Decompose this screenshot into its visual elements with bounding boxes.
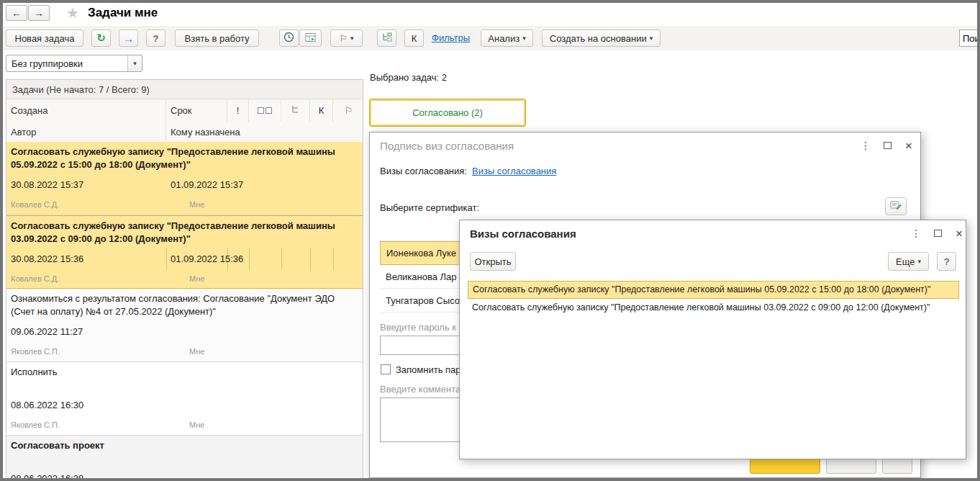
task-row[interactable]: Исполнить 08.06.2022 16:30 Яковлев С.П. … (6, 362, 363, 436)
status-square-icon (266, 107, 272, 114)
task-assignee: Мне (189, 343, 204, 360)
toolbar: Новая задача ↻ → ? Взять в работу ⚐ ▾ (0, 26, 980, 50)
close-icon: × (956, 228, 963, 240)
chevron-down-icon: ▾ (917, 258, 921, 265)
task-dates: 08.06.2022 16:30 (6, 394, 363, 416)
more-actions-button[interactable]: Еще ▾ (888, 252, 929, 271)
column-header-row: Создана Срок ! К ⚐ (6, 99, 363, 122)
refresh-icon: ↻ (96, 32, 106, 45)
task-assignee: Мне (189, 196, 204, 213)
comment-label: Введите коммента (380, 384, 460, 395)
task-title: Согласовать служебную записку "Предостав… (6, 216, 363, 248)
forward-icon: → (34, 7, 44, 19)
task-title: Согласовать проект (6, 436, 363, 467)
close-button[interactable]: × (900, 138, 917, 153)
maximize-icon (934, 230, 942, 237)
new-task-button[interactable]: Новая задача (6, 30, 83, 47)
take-to-work-button[interactable]: Взять в работу (175, 30, 259, 47)
arrow-right-icon: → (123, 32, 134, 45)
back-button[interactable]: ← (6, 5, 27, 21)
analysis-dropdown-button[interactable]: Анализ ▾ (481, 30, 533, 47)
column-assignee[interactable]: Кому назначена (166, 122, 363, 142)
close-icon: × (905, 140, 912, 152)
task-author: Яковлев С.П. (11, 343, 60, 360)
approved-action-button[interactable]: Согласовано (2) (369, 99, 526, 127)
column-priority[interactable]: ! (227, 99, 249, 122)
deadline-button[interactable] (279, 30, 299, 47)
k-filter-button[interactable]: К (404, 30, 424, 47)
task-people: Яковлев С.П. Мне (6, 416, 363, 435)
execution-history-button[interactable] (299, 30, 322, 47)
maximize-button[interactable] (929, 226, 946, 240)
task-dates: 30.08.2022 15:37 01.09.2022 15:37 (6, 174, 363, 196)
remember-password-label: Запомнить пар (396, 364, 461, 375)
grouping-structure-button[interactable] (377, 30, 396, 47)
more-menu-button[interactable]: ⋮ (907, 226, 925, 240)
task-dates: 30.08.2022 15:36 01.09.2022 15:36 (6, 248, 363, 270)
clock-icon (283, 32, 294, 45)
visa-row-selected[interactable]: Согласовать служебную записку "Предостав… (468, 281, 959, 299)
search-input[interactable] (959, 30, 980, 47)
create-based-on-dropdown-button[interactable]: Создать на основании ▾ (542, 30, 661, 47)
flag-dropdown-button[interactable]: ⚐ ▾ (330, 30, 363, 47)
task-row[interactable]: Согласовать служебную записку "Предостав… (6, 142, 363, 215)
history-table-icon (305, 32, 317, 45)
maximize-button[interactable] (879, 138, 896, 153)
kebab-icon: ⋮ (861, 140, 871, 151)
column-grouping[interactable] (281, 99, 310, 122)
task-author: Ковалев С.Д. (11, 270, 59, 287)
column-due[interactable]: Срок (166, 99, 227, 122)
chevron-down-icon: ▾ (522, 35, 526, 42)
task-list-panel: Задачи (Не начато: 7 / Всего: 9) Создана… (6, 79, 363, 478)
task-author: Яковлев С.П. (11, 416, 60, 433)
status-square-icon (258, 107, 264, 114)
certificate-signature-icon (890, 200, 902, 212)
app-window: ← → ★ Задачи мне Новая задача ↻ → ? Взят… (0, 0, 980, 481)
column-status[interactable] (249, 99, 281, 122)
task-created: 08.06.2022 16:30 (11, 394, 83, 416)
task-dates: 09.06.2022 11:27 (6, 320, 363, 343)
task-created: 08.06.2022 16:28 (11, 467, 83, 478)
close-button[interactable]: × (950, 226, 968, 240)
column-k[interactable]: К (310, 99, 333, 122)
task-row[interactable]: Согласовать проект 08.06.2022 16:28 (6, 436, 363, 478)
column-created[interactable]: Создана (6, 99, 166, 122)
task-title: Согласовать служебную записку "Предостав… (6, 142, 363, 174)
column-flag[interactable]: ⚐ (333, 99, 363, 122)
task-row-selected[interactable]: Согласовать служебную записку "Предостав… (6, 215, 363, 289)
grouping-select[interactable]: Без группировки ▾ (6, 55, 142, 72)
task-people: Ковалев С.Д. Мне (6, 270, 363, 289)
visas-link[interactable]: Визы согласования (472, 166, 556, 176)
certificate-select-button[interactable] (885, 197, 907, 215)
visa-row[interactable]: Согласовать служебную записку "Предостав… (468, 299, 959, 317)
visa-list: Согласовать служебную записку "Предостав… (468, 281, 959, 317)
favorite-star-icon[interactable]: ★ (66, 4, 79, 22)
page-title: Задачи мне (88, 6, 158, 20)
password-label: Введите пароль к (380, 322, 456, 333)
go-to-button[interactable]: → (119, 30, 138, 47)
visas-label: Визы согласования: (380, 166, 467, 176)
more-actions-label: Еще (896, 256, 915, 267)
task-created: 30.08.2022 15:36 (11, 248, 83, 270)
back-icon: ← (12, 7, 22, 19)
task-title: Ознакомиться с результатом согласования:… (6, 289, 363, 320)
task-row[interactable]: Ознакомиться с результатом согласования:… (6, 289, 363, 362)
open-button[interactable]: Открыть (470, 252, 516, 271)
task-assignee: Мне (189, 270, 204, 287)
selected-tasks-count: Выбрано задач: 2 (370, 72, 447, 83)
task-dates: 08.06.2022 16:28 (6, 467, 363, 478)
question-icon: ? (153, 33, 159, 44)
chevron-down-icon[interactable]: ▾ (127, 55, 142, 71)
filters-link[interactable]: Фильтры (432, 32, 470, 43)
maximize-icon (884, 142, 891, 149)
forward-button[interactable]: → (28, 5, 50, 21)
help-button[interactable]: ? (146, 30, 165, 47)
refresh-button[interactable]: ↻ (91, 30, 111, 47)
task-author: Ковалев С.Д. (11, 196, 59, 213)
tree-structure-icon (291, 105, 301, 116)
header-bar: ← → ★ Задачи мне (0, 0, 980, 26)
more-menu-button[interactable]: ⋮ (857, 138, 874, 153)
help-button[interactable]: ? (937, 252, 956, 271)
column-author[interactable]: Автор (6, 122, 166, 142)
remember-password-checkbox[interactable] (381, 364, 391, 374)
